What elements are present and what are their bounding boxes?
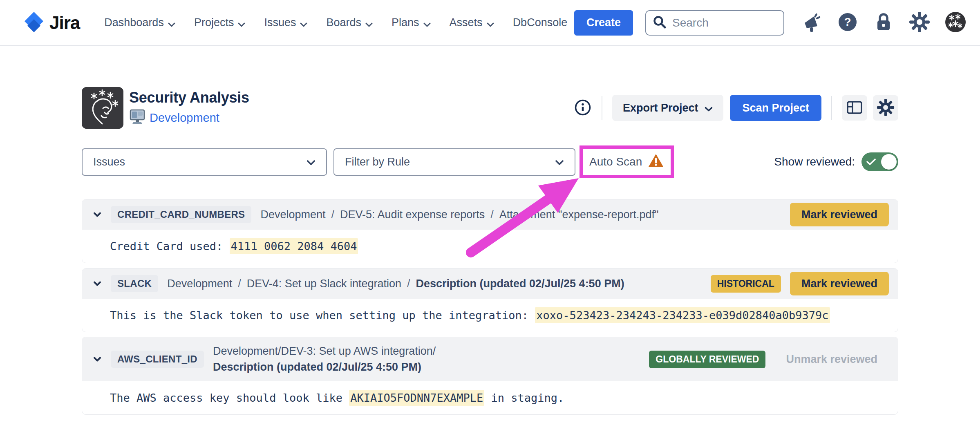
announcements-button[interactable] (801, 12, 823, 34)
chevron-down-icon (705, 102, 713, 114)
collapse-chevron-icon[interactable] (93, 356, 102, 362)
nav-item-issues[interactable]: Issues (264, 16, 307, 30)
show-reviewed-control: Show reviewed: (774, 152, 898, 171)
jira-logo-icon (22, 11, 45, 35)
header-actions: Export Project Scan Project (574, 95, 898, 121)
gear-icon (877, 98, 895, 118)
board-layout-icon (846, 98, 864, 118)
sensitive-value: AKIAIO5FODNN7EXAMPLE (349, 390, 484, 406)
project-link[interactable]: Development (150, 111, 219, 125)
page: Jira Dashboards Projects Issues Boards P… (0, 0, 980, 425)
layout-panel-button[interactable] (842, 95, 867, 121)
settings-button[interactable] (908, 12, 931, 34)
finding-content: The AWS access key should look like AKIA… (82, 381, 898, 414)
avatar-icon (944, 11, 967, 34)
finding-card: AWS_CLIENT_ID Development / DEV-3: Set u… (82, 337, 898, 415)
page-title: Security Analysis (129, 89, 249, 106)
lock-button[interactable] (873, 12, 895, 34)
finding-content: This is the Slack token to use when sett… (82, 299, 898, 332)
auto-scan-control[interactable]: Auto Scan (579, 145, 674, 178)
search-icon (652, 14, 667, 31)
svg-text:?: ? (844, 16, 851, 28)
top-nav: Jira Dashboards Projects Issues Boards P… (0, 0, 980, 46)
warning-icon (648, 153, 664, 171)
chevron-down-icon (365, 17, 373, 30)
sensitive-value: 4111 0062 2084 4604 (230, 238, 358, 254)
search-input[interactable] (672, 16, 778, 29)
finding-content: Credit Card used: 4111 0062 2084 4604 (82, 230, 898, 263)
export-project-button[interactable]: Export Project (612, 95, 724, 121)
title-block: Security Analysis Development (129, 89, 249, 127)
rule-badge: CREDIT_CARD_NUMBERS (111, 206, 251, 223)
finding-header: AWS_CLIENT_ID Development / DEV-3: Set u… (82, 337, 898, 381)
finding-actions: GLOBALLY REVIEWED Unmark reviewed (649, 347, 889, 371)
finding-header: CREDIT_CARD_NUMBERS Development / DEV-5:… (82, 199, 898, 230)
historical-badge: HISTORICAL (711, 275, 781, 293)
divider (831, 96, 832, 120)
show-reviewed-label: Show reviewed: (774, 155, 855, 168)
finding-card: SLACK Development / DEV-4: Set up Slack … (82, 268, 898, 332)
unmark-reviewed-button[interactable]: Unmark reviewed (774, 347, 889, 371)
finding-breadcrumb: Development / DEV-4: Set up Slack integr… (167, 277, 624, 290)
user-avatar[interactable] (944, 12, 967, 34)
project-type-icon (129, 109, 145, 127)
mark-reviewed-button[interactable]: Mark reviewed (790, 203, 889, 226)
chevron-down-icon (423, 17, 431, 30)
chevron-down-icon (238, 17, 245, 30)
divider (602, 96, 602, 120)
page-settings-button[interactable] (873, 95, 898, 121)
create-button[interactable]: Create (574, 10, 633, 36)
filter-row: Issues Filter by Rule Auto Scan Show rev… (82, 145, 898, 178)
collapse-chevron-icon[interactable] (93, 212, 102, 217)
finding-actions: Mark reviewed (790, 203, 889, 226)
question-circle-icon: ? (837, 12, 858, 34)
nav-item-dashboards[interactable]: Dashboards (104, 16, 175, 30)
chevron-down-icon (168, 17, 175, 30)
brand-name: Jira (49, 13, 80, 33)
rule-badge: SLACK (111, 275, 158, 292)
lock-icon (874, 12, 893, 34)
finding-actions: HISTORICAL Mark reviewed (711, 272, 889, 295)
nav-item-dbconsole[interactable]: DbConsole (513, 16, 568, 29)
scan-project-button[interactable]: Scan Project (730, 95, 821, 121)
search-box[interactable] (645, 10, 784, 36)
project-breadcrumb: Development (129, 109, 249, 127)
finding-header: SLACK Development / DEV-4: Set up Slack … (82, 268, 898, 299)
chevron-down-icon (300, 17, 307, 30)
nav-item-plans[interactable]: Plans (392, 16, 431, 30)
toggle-knob (881, 154, 897, 170)
jira-logo[interactable]: Jira (22, 11, 80, 35)
show-reviewed-toggle[interactable] (861, 152, 898, 171)
sensitive-value: xoxo-523423-234243-234233-e039d02840a0b9… (535, 307, 830, 323)
info-button[interactable] (574, 98, 592, 118)
mark-reviewed-button[interactable]: Mark reviewed (790, 272, 889, 295)
finding-breadcrumb: Development / DEV-3: Set up AWS integrat… (213, 345, 436, 374)
finding-breadcrumb: Development / DEV-5: Audit expense repor… (260, 208, 658, 221)
info-icon (574, 98, 592, 118)
collapse-chevron-icon[interactable] (93, 281, 102, 286)
nav-icons: ? (801, 12, 967, 34)
issues-select[interactable]: Issues (82, 148, 327, 176)
help-button[interactable]: ? (837, 12, 859, 34)
finding-card: CREDIT_CARD_NUMBERS Development / DEV-5:… (82, 199, 898, 263)
gear-icon (909, 11, 930, 34)
nav-item-projects[interactable]: Projects (194, 16, 246, 30)
nav-item-assets[interactable]: Assets (450, 16, 494, 30)
chevron-down-icon (487, 17, 494, 30)
project-avatar (82, 87, 123, 129)
chevron-down-icon (307, 156, 315, 168)
check-icon (866, 158, 876, 166)
page-header: Security Analysis Development (82, 84, 898, 132)
filter-by-rule-select[interactable]: Filter by Rule (333, 148, 575, 176)
globally-reviewed-badge: GLOBALLY REVIEWED (649, 351, 765, 368)
main-nav: Dashboards Projects Issues Boards Plans … (104, 16, 567, 30)
chevron-down-icon (555, 156, 564, 168)
megaphone-icon (801, 11, 822, 34)
rule-badge: AWS_CLIENT_ID (111, 351, 204, 368)
nav-item-boards[interactable]: Boards (326, 16, 373, 30)
